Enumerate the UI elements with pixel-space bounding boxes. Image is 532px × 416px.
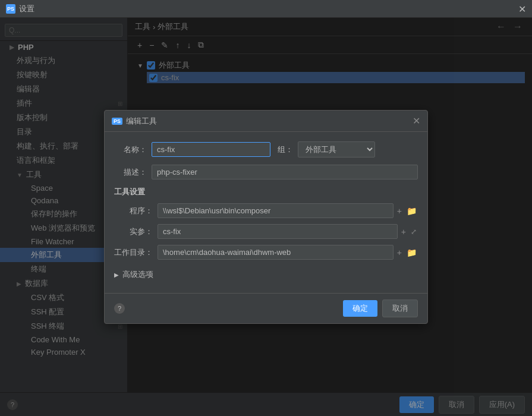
dialog-cancel-btn[interactable]: 取消 bbox=[382, 300, 418, 317]
workdir-row: 工作目录： + 📁 bbox=[114, 245, 418, 260]
name-input[interactable] bbox=[152, 142, 270, 157]
program-wrap: + 📁 bbox=[158, 203, 418, 218]
args-expand-btn[interactable]: ⤢ bbox=[410, 226, 418, 237]
args-label: 实参： bbox=[114, 226, 153, 237]
advanced-label: 高级选项 bbox=[122, 269, 153, 280]
program-browse-btn[interactable]: 📁 bbox=[405, 205, 418, 217]
tool-settings: 工具设置 程序： + 📁 实参： + ⤢ bbox=[114, 187, 418, 260]
close-btn[interactable]: ✕ bbox=[518, 3, 526, 14]
program-label: 程序： bbox=[114, 206, 153, 216]
dialog-overlay: PS 编辑工具 ✕ 名称： 组： 外部工具 描述： 工具设置 bbox=[0, 18, 532, 416]
dialog-ps-icon: PS bbox=[112, 118, 122, 125]
advanced-arrow: ▶ bbox=[114, 272, 119, 278]
name-group-row: 名称： 组： 外部工具 bbox=[114, 141, 418, 157]
window-title: 设置 bbox=[19, 4, 34, 14]
dialog-help-icon[interactable]: ? bbox=[114, 303, 125, 314]
workdir-wrap: + 📁 bbox=[158, 245, 418, 260]
workdir-add-btn[interactable]: + bbox=[396, 247, 403, 259]
desc-input[interactable] bbox=[152, 165, 418, 179]
args-add-btn[interactable]: + bbox=[400, 226, 407, 238]
args-row: 实参： + ⤢ bbox=[114, 224, 418, 239]
dialog-title-bar: PS 编辑工具 ✕ bbox=[105, 111, 427, 132]
workdir-browse-btn[interactable]: 📁 bbox=[405, 247, 418, 259]
desc-label: 描述： bbox=[114, 167, 147, 178]
title-bar: PS 设置 ✕ bbox=[0, 0, 532, 18]
dialog-confirm-btn[interactable]: 确定 bbox=[343, 300, 377, 317]
program-row: 程序： + 📁 bbox=[114, 203, 418, 218]
group-label: 组： bbox=[275, 144, 293, 155]
program-add-btn[interactable]: + bbox=[396, 205, 403, 217]
app-icon: PS bbox=[6, 4, 15, 14]
program-input[interactable] bbox=[158, 203, 394, 218]
workdir-input[interactable] bbox=[158, 245, 394, 260]
workdir-label: 工作目录： bbox=[114, 247, 153, 258]
dialog-close-btn[interactable]: ✕ bbox=[413, 115, 420, 127]
tool-settings-title: 工具设置 bbox=[114, 187, 418, 197]
args-wrap: + ⤢ bbox=[158, 224, 418, 239]
name-label: 名称： bbox=[114, 144, 147, 155]
dialog-body: 名称： 组： 外部工具 描述： 工具设置 程序： bbox=[105, 132, 427, 293]
dialog-footer: ? 确定 取消 bbox=[105, 293, 427, 323]
group-select[interactable]: 外部工具 bbox=[298, 141, 375, 157]
advanced-section[interactable]: ▶ 高级选项 bbox=[114, 266, 418, 283]
args-input[interactable] bbox=[158, 224, 398, 239]
desc-row: 描述： bbox=[114, 165, 418, 179]
dialog-title: 编辑工具 bbox=[126, 116, 409, 127]
edit-tool-dialog: PS 编辑工具 ✕ 名称： 组： 外部工具 描述： 工具设置 bbox=[104, 110, 428, 324]
